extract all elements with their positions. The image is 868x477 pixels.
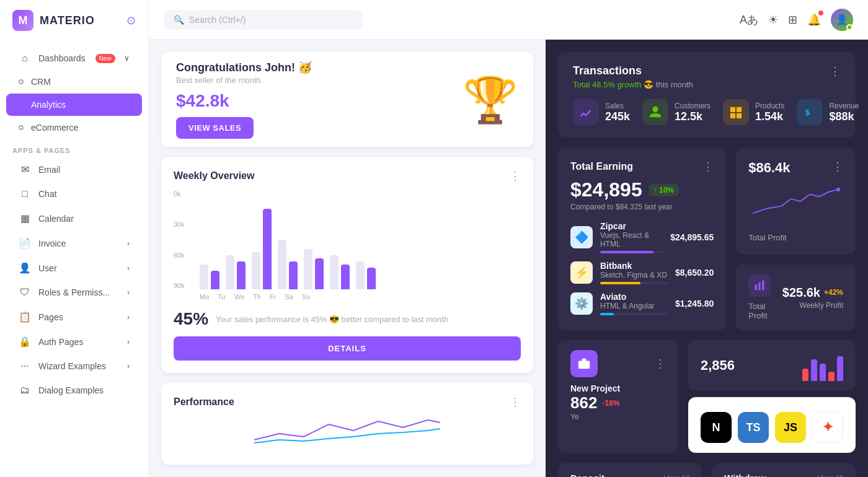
dialog-label: Dialog Examples	[38, 385, 104, 395]
bar-tu-light	[226, 255, 234, 289]
performance-menu-icon[interactable]: ⋮	[510, 395, 521, 409]
sidebar-item-email[interactable]: ✉ Email	[6, 157, 142, 182]
company-bitbank: ⚡ Bitbank Sketch, Figma & XD $8,650.20	[570, 261, 714, 284]
mini-bar-5	[837, 356, 843, 381]
view-sales-button[interactable]: VIEW SALES	[176, 117, 254, 139]
revenue-info: Revenue $88k	[829, 102, 859, 123]
trophy-image: 🏆	[463, 77, 518, 122]
bar-mo-purple	[211, 271, 219, 289]
bitbank-progress-wrap	[600, 282, 668, 284]
sidebar-item-invoice[interactable]: 📄 Invoice ›	[6, 231, 142, 255]
bar-group-th	[278, 240, 298, 289]
home-icon: ⌂	[19, 53, 31, 64]
details-button[interactable]: DETAILS	[174, 336, 521, 361]
congrats-subtitle: Best seller of the month	[176, 76, 312, 85]
chevron-down-icon: ∨	[124, 54, 130, 63]
earning-menu-icon[interactable]: ⋮	[702, 160, 714, 173]
zipcar-progress-fill	[600, 251, 653, 253]
chevron-right-icon: ›	[127, 338, 130, 346]
weekly-profit-badge: +42%	[824, 288, 843, 297]
sidebar-item-dialog[interactable]: 🗂 Dialog Examples	[6, 379, 142, 402]
mini-bar-3	[820, 364, 826, 381]
bar-group-fr	[304, 249, 324, 289]
svg-text:$: $	[805, 108, 810, 117]
topbar-right: Aあ ☀ ⊞ 🔔 👤	[740, 9, 853, 31]
bar-group-tu	[226, 255, 246, 289]
profit-chart-header: $86.4k ⋮	[748, 160, 843, 176]
sidebar-header: M MATERIO ⊙	[0, 0, 148, 41]
weekly-profit-sublabel2: Weekly Profit	[782, 301, 843, 310]
stat-sales: Sales 245k	[573, 99, 630, 125]
sidebar-item-roles[interactable]: 🛡 Roles & Permiss... ›	[6, 281, 142, 304]
sidebar-item-ecommerce[interactable]: eCommerce	[6, 116, 142, 139]
transactions-menu-icon[interactable]: ⋮	[830, 64, 841, 78]
roles-label: Roles & Permiss...	[38, 287, 110, 297]
profit-line-chart	[748, 180, 843, 223]
congratulations-card: Congratulations John! 🥳 Best seller of t…	[161, 52, 533, 147]
translate-icon[interactable]: Aあ	[740, 12, 758, 27]
brightness-icon[interactable]: ☀	[768, 13, 778, 27]
invoice-label: Invoice	[38, 239, 66, 248]
weekly-menu-icon[interactable]: ⋮	[510, 169, 521, 183]
bar-group-mo	[200, 265, 219, 289]
grid-icon[interactable]: ⊞	[788, 13, 797, 27]
sidebar-item-chat[interactable]: □ Chat	[6, 182, 142, 206]
customers-icon	[642, 99, 668, 125]
aviato-amount: $1,245.80	[675, 299, 714, 309]
earning-title: Total Earning	[570, 161, 633, 172]
bar-su-light	[356, 261, 365, 289]
customers-value: 12.5k	[675, 110, 711, 123]
weekly-percentage: 45%	[174, 309, 208, 329]
panel-right: Transactions Total 48.5% growth 😎 this m…	[546, 40, 868, 477]
congrats-amount: $42.8k	[176, 91, 312, 111]
search-placeholder: Search (Ctrl+/)	[189, 15, 246, 25]
deposit-withdraw-row: Deposit View All Withdraw View All	[558, 463, 856, 477]
sidebar-item-dashboards[interactable]: ⌂ Dashboards New ∨	[6, 46, 142, 70]
aviato-progress-fill	[600, 313, 614, 315]
main-content: 🔍 Search (Ctrl+/) Aあ ☀ ⊞ 🔔 👤 Congratulat…	[149, 0, 868, 477]
sidebar-item-pages[interactable]: 📋 Pages ›	[6, 305, 142, 329]
performance-chart	[174, 415, 521, 446]
withdraw-view-all[interactable]: View All	[817, 474, 843, 478]
chart-x-labels: Mo Tu We Th Fr Sa Su	[193, 289, 521, 300]
sidebar-item-calendar[interactable]: ▦ Calendar	[6, 206, 142, 230]
chevron-right-icon: ›	[127, 288, 130, 297]
bitbank-name: Bitbank	[600, 261, 668, 271]
top-number-value: 2,856	[701, 357, 735, 374]
sidebar-item-crm[interactable]: CRM	[6, 71, 142, 93]
profit-chart-area	[748, 180, 843, 229]
dashboards-label: Dashboards	[38, 53, 86, 63]
transactions-title-wrap: Transactions Total 48.5% growth 😎 this m…	[573, 64, 693, 89]
chevron-right-icon: ›	[127, 313, 130, 322]
tech-icons: N TS JS ✦	[701, 412, 843, 443]
project-number-row: 862 -18%	[570, 393, 666, 413]
project-menu-icon[interactable]: ⋮	[655, 357, 666, 370]
deposit-view-all[interactable]: View All	[663, 474, 689, 478]
sidebar-item-user[interactable]: 👤 User ›	[6, 256, 142, 280]
deposit-card: Deposit View All	[558, 463, 702, 477]
sidebar-item-wizard[interactable]: ··· Wizard Examples ›	[6, 354, 142, 378]
bar-group-we	[252, 209, 272, 289]
chart-bars-area: Mo Tu We Th Fr Sa Su	[193, 190, 521, 300]
sidebar-item-auth[interactable]: 🔒 Auth Pages ›	[6, 330, 142, 354]
email-label: Email	[38, 165, 60, 175]
chat-icon: □	[19, 188, 31, 199]
stat-revenue: $ Revenue $88k	[797, 99, 859, 125]
bar-tu-purple	[237, 261, 246, 289]
customers-info: Customers 12.5k	[675, 102, 711, 123]
user-avatar[interactable]: 👤	[831, 9, 853, 31]
bitbank-amount: $8,650.20	[675, 268, 714, 278]
profit-menu-icon[interactable]: ⋮	[832, 160, 843, 173]
project-badge: -18%	[602, 399, 619, 408]
lock-icon: 🔒	[19, 336, 31, 348]
wizard-icon: ···	[19, 361, 31, 372]
search-bar[interactable]: 🔍 Search (Ctrl+/)	[164, 10, 362, 30]
svg-rect-3	[737, 113, 742, 118]
zipcar-icon: 🔷	[570, 226, 593, 248]
middle-row: Total Earning ⋮ $24,895 ↑ 10% Compared t…	[558, 147, 856, 330]
sidebar-item-analytics[interactable]: Analytics	[6, 94, 142, 116]
stats-tech-column: 2,856 N TS	[688, 340, 856, 453]
target-icon[interactable]: ⊙	[126, 14, 136, 27]
products-info: Products 1.54k	[755, 102, 784, 123]
notification-icon[interactable]: 🔔	[807, 13, 821, 27]
